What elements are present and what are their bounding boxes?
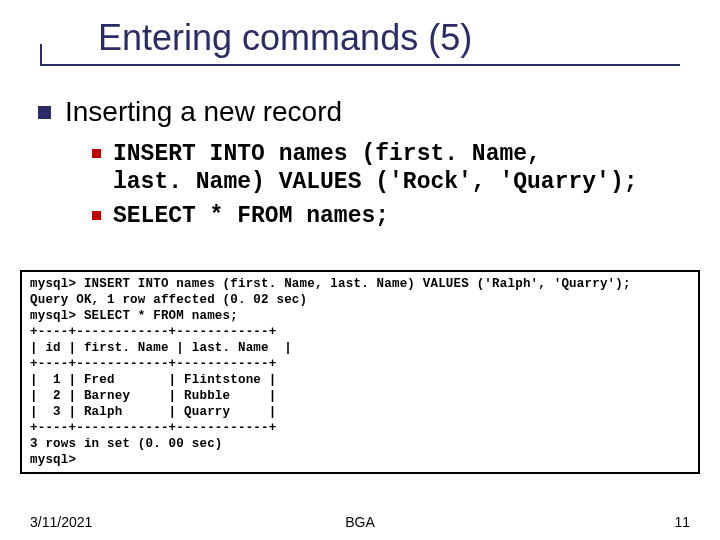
title-underline-icon	[40, 64, 680, 66]
square-bullet-icon	[92, 149, 101, 158]
bullet-level2: SELECT * FROM names;	[92, 202, 686, 230]
body: Inserting a new record INSERT INTO names…	[38, 96, 686, 236]
sub-bullets: INSERT INTO names (first. Name, last. Na…	[92, 140, 686, 230]
slide-title: Entering commands (5)	[40, 18, 680, 60]
bullet-text: Inserting a new record	[65, 96, 342, 128]
footer: 3/11/2021 BGA 11	[0, 514, 720, 530]
terminal-output: mysql> INSERT INTO names (first. Name, l…	[20, 270, 700, 474]
footer-center: BGA	[0, 514, 720, 530]
square-bullet-icon	[38, 106, 51, 119]
code-line: INSERT INTO names (first. Name, last. Na…	[113, 140, 638, 196]
title-tick-icon	[40, 44, 42, 66]
code-line: SELECT * FROM names;	[113, 202, 389, 230]
title-area: Entering commands (5)	[40, 18, 680, 60]
slide: Entering commands (5) Inserting a new re…	[0, 0, 720, 540]
bullet-level1: Inserting a new record	[38, 96, 686, 128]
bullet-level2: INSERT INTO names (first. Name, last. Na…	[92, 140, 686, 196]
square-bullet-icon	[92, 211, 101, 220]
